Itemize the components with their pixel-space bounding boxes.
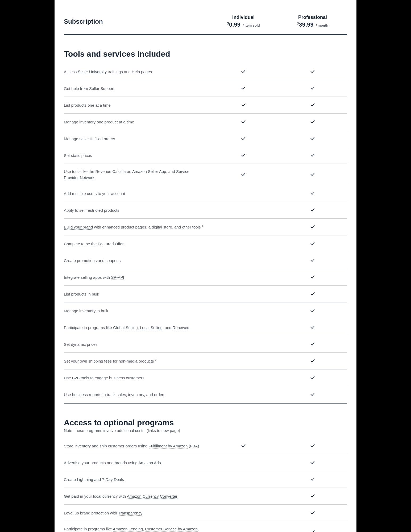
inline-link[interactable]: Transparency <box>118 511 142 516</box>
table-row: Set static prices <box>64 147 347 164</box>
inline-link[interactable]: Local Selling <box>140 325 163 330</box>
cell-individual <box>209 102 278 109</box>
check-icon <box>240 154 246 159</box>
inline-link[interactable]: Amazon Currency Converter <box>127 494 177 499</box>
feature-label: List products in bulk <box>64 291 209 297</box>
comparison-table: Store inventory and ship customer orders… <box>64 438 347 532</box>
inline-link[interactable]: Amazon Ads <box>138 460 161 465</box>
inline-link[interactable]: Global Selling <box>113 325 138 330</box>
cell-individual <box>209 171 278 178</box>
cell-professional <box>278 391 347 398</box>
section-title: Tools and services included <box>64 35 347 59</box>
inline-link[interactable]: Customer Service by Amazon <box>145 527 198 531</box>
table-row: Build your brand with enhanced product p… <box>64 219 347 235</box>
inline-link[interactable]: SP-API <box>111 275 124 280</box>
feature-label: Apply to sell restricted products <box>64 207 209 214</box>
plan-professional-name: Professional <box>278 15 347 20</box>
table-row: Use tools like the Revenue Calculator, A… <box>64 164 347 185</box>
inline-link[interactable]: Seller University <box>78 69 107 74</box>
plan-professional-unit: / month <box>316 23 328 27</box>
feature-label: Build your brand with enhanced product p… <box>64 224 209 230</box>
cell-professional <box>278 307 347 314</box>
cell-professional <box>278 324 347 331</box>
table-row: Use business reports to track sales, inv… <box>64 386 347 404</box>
feature-label: Use tools like the Revenue Calculator, A… <box>64 169 209 181</box>
inline-link[interactable]: Featured Offer <box>98 242 124 246</box>
feature-label: Manage seller-fulfilled orders <box>64 136 209 142</box>
table-row: Participate in programs like Amazon Lend… <box>64 521 347 532</box>
feature-label: Manage inventory one product at a time <box>64 119 209 125</box>
feature-label: Manage inventory in bulk <box>64 308 209 314</box>
cell-professional <box>278 119 347 126</box>
cell-professional <box>278 375 347 381</box>
cell-professional <box>278 476 347 483</box>
check-icon <box>240 121 246 125</box>
check-icon <box>310 293 315 297</box>
cell-professional <box>278 291 347 298</box>
check-icon <box>310 87 315 92</box>
check-icon <box>310 70 315 75</box>
check-icon <box>240 104 246 109</box>
inline-link[interactable]: Amazon Seller App <box>132 169 166 174</box>
feature-label: Add multiple users to your account <box>64 191 209 197</box>
feature-label: List products one at a time <box>64 102 209 109</box>
feature-label: Integrate selling apps with SP-API <box>64 275 209 281</box>
feature-label: Store inventory and ship customer orders… <box>64 443 209 449</box>
footnote-marker: 2 <box>155 359 157 361</box>
plan-individual-unit: / item sold <box>243 23 260 27</box>
cell-individual <box>209 443 278 450</box>
cell-professional <box>278 510 347 517</box>
feature-label: Get paid in your local currency with Ama… <box>64 493 209 500</box>
inline-link[interactable]: Service Provider Network <box>64 169 189 180</box>
cell-individual <box>209 152 278 159</box>
check-icon <box>310 310 315 314</box>
cell-professional <box>278 207 347 214</box>
check-icon <box>310 462 315 466</box>
check-icon <box>240 173 246 178</box>
pricing-header: Subscription Individual $0.99 / item sol… <box>64 12 347 35</box>
inline-link[interactable]: Lightning and 7-Day Deals <box>77 477 124 482</box>
feature-label: Set your own shipping fees for non-media… <box>64 358 209 364</box>
check-icon <box>310 259 315 264</box>
table-row: List products in bulk <box>64 286 347 302</box>
table-row: Compete to be the Featured Offer <box>64 235 347 252</box>
cell-professional <box>278 274 347 281</box>
table-row: Set dynamic prices <box>64 336 347 353</box>
check-icon <box>310 377 315 381</box>
feature-label: Create promotions and coupons <box>64 258 209 264</box>
plan-individual-name: Individual <box>209 15 278 20</box>
table-row: Manage seller-fulfilled orders <box>64 130 347 147</box>
table-row: List products one at a time <box>64 97 347 114</box>
subscription-label: Subscription <box>64 18 209 25</box>
check-icon <box>310 478 315 483</box>
check-icon <box>310 154 315 159</box>
table-row: Create Lightning and 7-Day Deals <box>64 471 347 488</box>
cell-professional <box>278 257 347 264</box>
plan-individual-price: $0.99 <box>227 21 240 28</box>
table-row: Manage inventory one product at a time <box>64 114 347 130</box>
check-icon <box>310 138 315 142</box>
cell-professional <box>278 493 347 500</box>
inline-link[interactable]: Fulfillment by Amazon <box>149 444 188 448</box>
feature-label: Set static prices <box>64 153 209 159</box>
cell-professional <box>278 459 347 466</box>
cell-professional <box>278 529 347 532</box>
inline-link[interactable]: Amazon Lending <box>113 527 143 531</box>
cell-professional <box>278 102 347 109</box>
table-row: Integrate selling apps with SP-API <box>64 269 347 286</box>
feature-label: Participate in programs like Global Sell… <box>64 325 209 331</box>
feature-label: Compete to be the Featured Offer <box>64 241 209 247</box>
table-row: Store inventory and ship customer orders… <box>64 438 347 454</box>
inline-link[interactable]: Renewed <box>173 325 189 330</box>
cell-individual <box>209 119 278 126</box>
table-row: Access Seller University trainings and H… <box>64 63 347 80</box>
section: Tools and services includedAccess Seller… <box>64 35 347 404</box>
feature-label: Access Seller University trainings and H… <box>64 69 209 75</box>
inline-link[interactable]: Build your brand <box>64 225 93 230</box>
table-row: Create promotions and coupons <box>64 252 347 269</box>
check-icon <box>310 445 315 449</box>
table-row: Level up brand protection with Transpare… <box>64 505 347 521</box>
check-icon <box>310 243 315 247</box>
feature-label: Use business reports to track sales, inv… <box>64 392 209 398</box>
inline-link[interactable]: Use B2B tools <box>64 376 89 380</box>
